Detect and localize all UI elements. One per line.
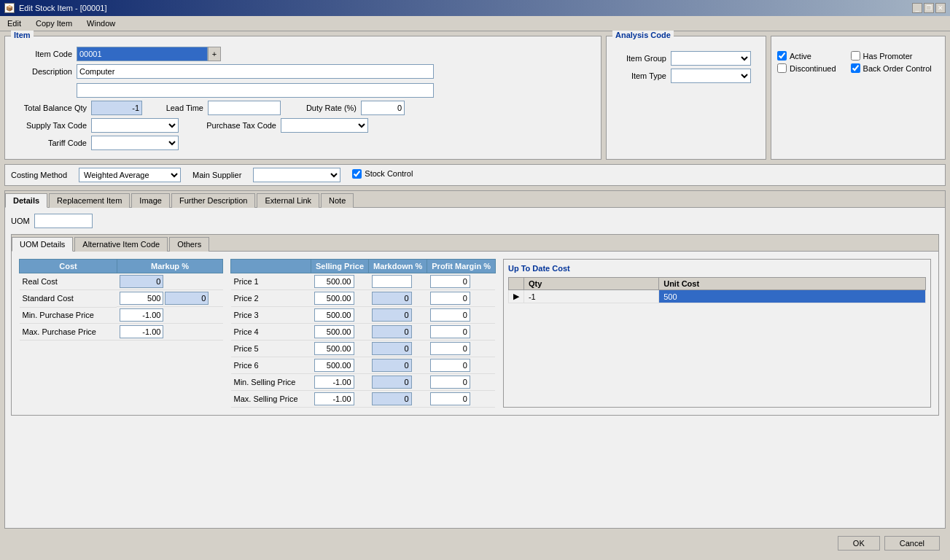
tab-external-link[interactable]: External Link [257, 193, 319, 208]
item-group-title: Item [11, 31, 34, 39]
uptodate-arrow-cell: ▶ [508, 290, 523, 303]
markdown-cell [369, 341, 427, 357]
uptodate-table-row: ▶-1500 [508, 290, 925, 303]
has-promoter-label: Has Promoter [863, 52, 913, 61]
profit-margin-cell [427, 357, 496, 374]
inner-tab-uom-details[interactable]: UOM Details [12, 237, 73, 252]
selling-price-cell [311, 341, 369, 357]
markdown-input[interactable] [372, 376, 412, 389]
purchase-tax-code-select[interactable] [281, 118, 368, 133]
markdown-input[interactable] [372, 392, 412, 405]
cost-table: Cost Markup % Real Cost [19, 259, 223, 341]
costing-method-select[interactable]: Weighted Average [79, 168, 181, 182]
window-title: Edit Stock Item - [00001] [19, 4, 106, 12]
selling-price-input[interactable] [314, 342, 354, 355]
uom-input[interactable] [34, 214, 93, 228]
item-type-select[interactable] [671, 69, 751, 83]
markdown-input[interactable] [372, 292, 412, 305]
uptodate-qty-col: Qty [523, 278, 658, 290]
markdown-input[interactable] [372, 325, 412, 338]
selling-price-input[interactable] [314, 308, 354, 322]
profit-margin-input[interactable] [430, 392, 470, 405]
min-purchase-price-value-cell [117, 307, 222, 324]
tab-details[interactable]: Details [5, 193, 47, 208]
duty-rate-input[interactable] [361, 101, 405, 115]
discontinued-label: Discontinued [790, 64, 836, 73]
stock-control-checkbox[interactable] [352, 169, 362, 179]
selling-price-input[interactable] [314, 325, 354, 338]
item-code-input[interactable] [77, 47, 208, 61]
markdown-cell [369, 273, 427, 290]
total-balance-qty-input[interactable] [91, 101, 142, 115]
selling-price-input[interactable] [314, 359, 354, 372]
selling-row-label: Price 3 [231, 307, 311, 324]
ok-button[interactable]: OK [838, 536, 880, 551]
active-checkbox[interactable] [777, 51, 787, 61]
selling-price-input[interactable] [314, 392, 354, 405]
profit-margin-input[interactable] [430, 376, 470, 389]
description-input[interactable] [77, 64, 434, 79]
table-row: Max. Purchase Price [20, 324, 223, 341]
menu-copy-item[interactable]: Copy Item [31, 18, 77, 29]
profit-margin-input[interactable] [430, 275, 470, 288]
main-supplier-select[interactable] [253, 168, 340, 182]
selling-price-input[interactable] [314, 376, 354, 389]
min-purchase-price-input[interactable] [120, 308, 163, 322]
costing-bar: Costing Method Weighted Average Main Sup… [4, 164, 946, 186]
close-button[interactable]: ✕ [935, 3, 946, 13]
profit-margin-cell [427, 273, 496, 290]
cost-col-label: Cost [20, 260, 117, 273]
tariff-code-select[interactable] [91, 136, 179, 150]
selling-row-label: Max. Selling Price [231, 391, 311, 408]
tab-image[interactable]: Image [131, 193, 170, 208]
profit-margin-input[interactable] [430, 325, 470, 338]
selling-row-label: Min. Selling Price [231, 374, 311, 391]
selling-price-input[interactable] [314, 292, 354, 305]
selling-row-label: Price 4 [231, 324, 311, 341]
analysis-group-box: Analysis Code Item Group Item Type [606, 36, 766, 160]
tab-further-description[interactable]: Further Description [171, 193, 256, 208]
profit-margin-input[interactable] [430, 308, 470, 322]
selling-price-input[interactable] [314, 275, 354, 288]
max-purchase-price-input[interactable] [120, 325, 163, 338]
inner-tab-others[interactable]: Others [169, 237, 209, 252]
real-cost-input[interactable] [120, 275, 163, 288]
menu-edit[interactable]: Edit [3, 18, 26, 29]
supply-tax-code-select[interactable] [91, 118, 179, 133]
lead-time-input[interactable] [208, 101, 281, 115]
back-order-control-checkbox[interactable] [851, 63, 860, 73]
min-purchase-price-label: Min. Purchase Price [20, 307, 117, 324]
item-group-label: Item Group [612, 54, 671, 63]
selling-table-row: Price 6 [231, 357, 496, 374]
discontinued-checkbox[interactable] [777, 63, 787, 73]
lead-time-label: Lead Time [149, 104, 208, 112]
markdown-input[interactable] [372, 342, 412, 355]
profit-margin-input[interactable] [430, 359, 470, 372]
tab-note[interactable]: Note [321, 193, 354, 208]
minimize-button[interactable]: _ [912, 3, 922, 13]
profit-margin-cell [427, 341, 496, 357]
selling-price-col: Selling Price [311, 260, 369, 273]
standard-cost-markup-input[interactable] [165, 292, 209, 305]
bottom-bar: OK Cancel [4, 533, 946, 553]
markdown-input[interactable] [372, 359, 412, 372]
restore-button[interactable]: ❐ [924, 3, 934, 13]
tab-replacement-item[interactable]: Replacement Item [49, 193, 130, 208]
menu-window[interactable]: Window [82, 18, 120, 29]
markdown-input[interactable] [372, 275, 412, 288]
profit-margin-input[interactable] [430, 342, 470, 355]
markdown-input[interactable] [372, 308, 412, 322]
standard-cost-label: Standard Cost [20, 290, 117, 308]
standard-cost-input[interactable] [120, 292, 163, 305]
selling-table-row: Price 4 [231, 324, 496, 341]
description2-input[interactable] [77, 83, 434, 98]
profit-margin-input[interactable] [430, 292, 470, 305]
duty-rate-label: Duty Rate (%) [288, 104, 361, 112]
cancel-button[interactable]: Cancel [884, 536, 940, 551]
uptodate-unit-cost-col: Unit Cost [659, 278, 926, 290]
item-code-add-button[interactable]: + [208, 47, 221, 61]
selling-table-row: Price 3 [231, 307, 496, 324]
inner-tab-alternative-item-code[interactable]: Alternative Item Code [74, 237, 168, 252]
item-group-select[interactable] [671, 51, 751, 66]
has-promoter-checkbox[interactable] [851, 51, 860, 61]
